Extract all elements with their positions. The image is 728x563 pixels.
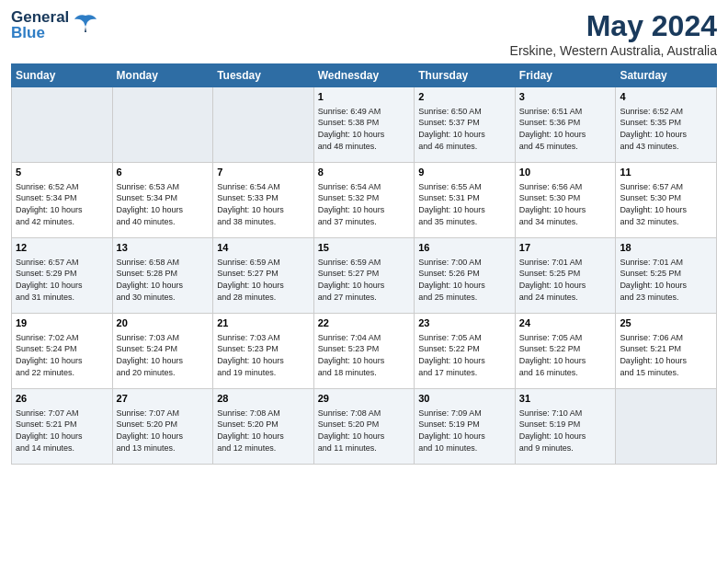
table-row: 17Sunrise: 7:01 AMSunset: 5:25 PMDayligh… bbox=[515, 238, 616, 314]
subtitle: Erskine, Western Australia, Australia bbox=[510, 43, 717, 58]
day-info: Sunrise: 7:08 AMSunset: 5:20 PMDaylight:… bbox=[217, 408, 310, 454]
day-number: 3 bbox=[519, 90, 612, 104]
day-info: Sunrise: 6:59 AMSunset: 5:27 PMDaylight:… bbox=[318, 257, 411, 303]
day-number: 8 bbox=[318, 166, 411, 179]
table-row: 31Sunrise: 7:10 AMSunset: 5:19 PMDayligh… bbox=[515, 389, 616, 465]
day-number: 25 bbox=[620, 316, 712, 330]
day-number: 17 bbox=[519, 241, 612, 255]
table-row: 21Sunrise: 7:03 AMSunset: 5:23 PMDayligh… bbox=[213, 314, 314, 389]
table-row: 24Sunrise: 7:05 AMSunset: 5:22 PMDayligh… bbox=[515, 314, 616, 389]
title-block: May 2024 Erskine, Western Australia, Aus… bbox=[510, 9, 717, 58]
table-row: 6Sunrise: 6:53 AMSunset: 5:34 PMDaylight… bbox=[112, 163, 213, 238]
day-number: 7 bbox=[217, 166, 310, 179]
day-number: 6 bbox=[117, 166, 210, 179]
day-info: Sunrise: 6:54 AMSunset: 5:33 PMDaylight:… bbox=[217, 181, 310, 227]
day-info: Sunrise: 6:51 AMSunset: 5:36 PMDaylight:… bbox=[519, 106, 612, 152]
day-number: 18 bbox=[620, 241, 712, 255]
day-info: Sunrise: 7:03 AMSunset: 5:24 PMDaylight:… bbox=[117, 332, 210, 378]
calendar-week-row: 19Sunrise: 7:02 AMSunset: 5:24 PMDayligh… bbox=[12, 314, 717, 389]
table-row: 26Sunrise: 7:07 AMSunset: 5:21 PMDayligh… bbox=[12, 389, 113, 465]
day-info: Sunrise: 7:07 AMSunset: 5:20 PMDaylight:… bbox=[117, 408, 210, 454]
calendar-week-row: 26Sunrise: 7:07 AMSunset: 5:21 PMDayligh… bbox=[12, 389, 717, 465]
day-number: 14 bbox=[217, 241, 310, 255]
calendar-table: Sunday Monday Tuesday Wednesday Thursday… bbox=[11, 63, 717, 465]
day-number: 9 bbox=[418, 166, 511, 179]
day-number: 28 bbox=[217, 392, 310, 406]
table-row: 7Sunrise: 6:54 AMSunset: 5:33 PMDaylight… bbox=[213, 163, 314, 238]
logo-general: General bbox=[11, 9, 69, 25]
day-info: Sunrise: 6:58 AMSunset: 5:28 PMDaylight:… bbox=[117, 257, 210, 303]
page-header: General Blue May 2024 Erskine, Western A… bbox=[11, 9, 717, 58]
table-row: 18Sunrise: 7:01 AMSunset: 5:25 PMDayligh… bbox=[616, 238, 717, 314]
logo: General Blue bbox=[11, 9, 98, 40]
day-info: Sunrise: 6:52 AMSunset: 5:34 PMDaylight:… bbox=[16, 181, 108, 227]
day-number: 23 bbox=[418, 316, 511, 330]
day-number: 27 bbox=[117, 392, 210, 406]
day-info: Sunrise: 6:59 AMSunset: 5:27 PMDaylight:… bbox=[217, 257, 310, 303]
table-row: 22Sunrise: 7:04 AMSunset: 5:23 PMDayligh… bbox=[313, 314, 415, 389]
day-number: 29 bbox=[318, 392, 411, 406]
calendar-week-row: 12Sunrise: 6:57 AMSunset: 5:29 PMDayligh… bbox=[12, 238, 717, 314]
day-info: Sunrise: 7:05 AMSunset: 5:22 PMDaylight:… bbox=[418, 332, 511, 378]
col-friday: Friday bbox=[515, 64, 616, 87]
table-row bbox=[112, 87, 213, 163]
day-number: 21 bbox=[217, 316, 310, 330]
day-info: Sunrise: 7:08 AMSunset: 5:20 PMDaylight:… bbox=[318, 408, 411, 454]
table-row: 3Sunrise: 6:51 AMSunset: 5:36 PMDaylight… bbox=[515, 87, 616, 163]
table-row: 20Sunrise: 7:03 AMSunset: 5:24 PMDayligh… bbox=[112, 314, 213, 389]
day-info: Sunrise: 7:03 AMSunset: 5:23 PMDaylight:… bbox=[217, 332, 310, 378]
table-row: 8Sunrise: 6:54 AMSunset: 5:32 PMDaylight… bbox=[313, 163, 415, 238]
logo-bird-icon bbox=[73, 10, 98, 40]
table-row: 27Sunrise: 7:07 AMSunset: 5:20 PMDayligh… bbox=[112, 389, 213, 465]
day-number: 13 bbox=[117, 241, 210, 255]
day-number: 19 bbox=[16, 316, 108, 330]
day-number: 24 bbox=[519, 316, 612, 330]
day-number: 20 bbox=[117, 316, 210, 330]
col-tuesday: Tuesday bbox=[213, 64, 314, 87]
day-info: Sunrise: 6:52 AMSunset: 5:35 PMDaylight:… bbox=[620, 106, 712, 152]
table-row: 15Sunrise: 6:59 AMSunset: 5:27 PMDayligh… bbox=[313, 238, 415, 314]
day-number: 15 bbox=[318, 241, 411, 255]
day-info: Sunrise: 7:06 AMSunset: 5:21 PMDaylight:… bbox=[620, 332, 712, 378]
calendar-header-row: Sunday Monday Tuesday Wednesday Thursday… bbox=[12, 64, 717, 87]
day-number: 10 bbox=[519, 166, 612, 179]
day-info: Sunrise: 7:10 AMSunset: 5:19 PMDaylight:… bbox=[519, 408, 612, 454]
day-info: Sunrise: 6:54 AMSunset: 5:32 PMDaylight:… bbox=[318, 181, 411, 227]
day-info: Sunrise: 7:07 AMSunset: 5:21 PMDaylight:… bbox=[16, 408, 108, 454]
col-wednesday: Wednesday bbox=[313, 64, 415, 87]
calendar-week-row: 5Sunrise: 6:52 AMSunset: 5:34 PMDaylight… bbox=[12, 163, 717, 238]
table-row: 16Sunrise: 7:00 AMSunset: 5:26 PMDayligh… bbox=[415, 238, 516, 314]
col-saturday: Saturday bbox=[616, 64, 717, 87]
day-info: Sunrise: 7:01 AMSunset: 5:25 PMDaylight:… bbox=[519, 257, 612, 303]
table-row bbox=[213, 87, 314, 163]
table-row: 13Sunrise: 6:58 AMSunset: 5:28 PMDayligh… bbox=[112, 238, 213, 314]
table-row: 4Sunrise: 6:52 AMSunset: 5:35 PMDaylight… bbox=[616, 87, 717, 163]
day-number: 16 bbox=[418, 241, 511, 255]
day-number: 4 bbox=[620, 90, 712, 104]
day-info: Sunrise: 6:50 AMSunset: 5:37 PMDaylight:… bbox=[418, 106, 511, 152]
day-number: 22 bbox=[318, 316, 411, 330]
table-row: 12Sunrise: 6:57 AMSunset: 5:29 PMDayligh… bbox=[12, 238, 113, 314]
col-thursday: Thursday bbox=[415, 64, 516, 87]
table-row: 1Sunrise: 6:49 AMSunset: 5:38 PMDaylight… bbox=[313, 87, 415, 163]
day-number: 31 bbox=[519, 392, 612, 406]
col-monday: Monday bbox=[112, 64, 213, 87]
day-info: Sunrise: 7:05 AMSunset: 5:22 PMDaylight:… bbox=[519, 332, 612, 378]
calendar-week-row: 1Sunrise: 6:49 AMSunset: 5:38 PMDaylight… bbox=[12, 87, 717, 163]
main-title: May 2024 bbox=[510, 9, 717, 43]
col-sunday: Sunday bbox=[12, 64, 113, 87]
day-number: 11 bbox=[620, 166, 712, 179]
table-row: 5Sunrise: 6:52 AMSunset: 5:34 PMDaylight… bbox=[12, 163, 113, 238]
day-info: Sunrise: 7:01 AMSunset: 5:25 PMDaylight:… bbox=[620, 257, 712, 303]
day-info: Sunrise: 6:56 AMSunset: 5:30 PMDaylight:… bbox=[519, 181, 612, 227]
day-info: Sunrise: 6:49 AMSunset: 5:38 PMDaylight:… bbox=[318, 106, 411, 152]
day-number: 2 bbox=[418, 90, 511, 104]
day-info: Sunrise: 7:04 AMSunset: 5:23 PMDaylight:… bbox=[318, 332, 411, 378]
day-number: 1 bbox=[318, 90, 411, 104]
day-info: Sunrise: 6:53 AMSunset: 5:34 PMDaylight:… bbox=[117, 181, 210, 227]
table-row: 29Sunrise: 7:08 AMSunset: 5:20 PMDayligh… bbox=[313, 389, 415, 465]
day-number: 12 bbox=[16, 241, 108, 255]
table-row: 2Sunrise: 6:50 AMSunset: 5:37 PMDaylight… bbox=[415, 87, 516, 163]
day-number: 26 bbox=[16, 392, 108, 406]
table-row: 9Sunrise: 6:55 AMSunset: 5:31 PMDaylight… bbox=[415, 163, 516, 238]
